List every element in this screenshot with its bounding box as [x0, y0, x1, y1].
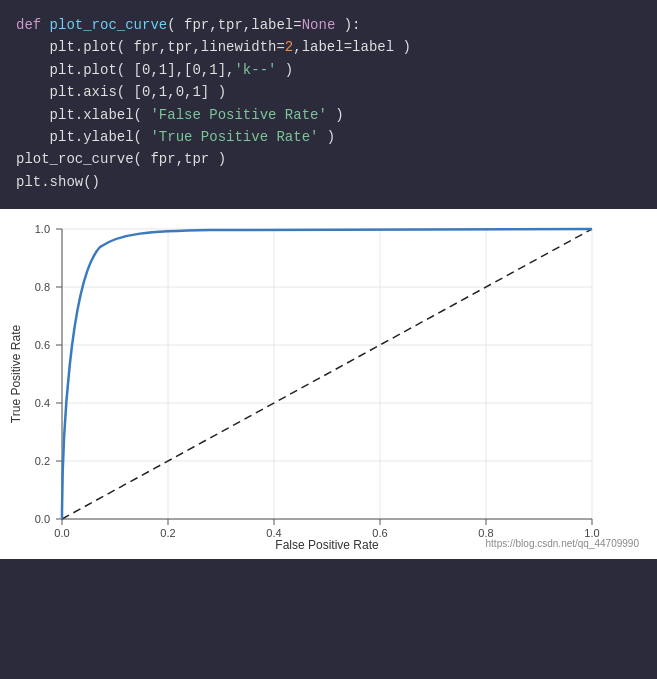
- svg-text:0.0: 0.0: [54, 527, 69, 539]
- svg-text:0.2: 0.2: [35, 455, 50, 467]
- x-axis-label: False Positive Rate: [275, 538, 379, 549]
- svg-text:0.8: 0.8: [35, 281, 50, 293]
- svg-text:0.0: 0.0: [35, 513, 50, 525]
- svg-text:1.0: 1.0: [35, 223, 50, 235]
- svg-text:0.2: 0.2: [160, 527, 175, 539]
- code-block: def plot_roc_curve( fpr,tpr,label=None )…: [0, 0, 657, 209]
- y-axis-label: True Positive Rate: [10, 325, 23, 424]
- svg-text:0.4: 0.4: [35, 397, 50, 409]
- code-line-6: plt.ylabel( 'True Positive Rate' ): [16, 126, 641, 148]
- chart-section: 0.0 0.2 0.4 0.6 0.8 1.0 0.0 0.2: [0, 209, 657, 559]
- code-line-8: plt.show(): [16, 171, 641, 193]
- svg-text:0.6: 0.6: [35, 339, 50, 351]
- code-line-4: plt.axis( [0,1,0,1] ): [16, 81, 641, 103]
- chart-container: 0.0 0.2 0.4 0.6 0.8 1.0 0.0 0.2: [10, 219, 647, 553]
- roc-chart: 0.0 0.2 0.4 0.6 0.8 1.0 0.0 0.2: [10, 219, 627, 549]
- watermark: https://blog.csdn.net/qq_44709990: [486, 538, 639, 549]
- code-line-5: plt.xlabel( 'False Positive Rate' ): [16, 104, 641, 126]
- code-line-7: plot_roc_curve( fpr,tpr ): [16, 148, 641, 170]
- code-line-3: plt.plot( [0,1],[0,1],'k--' ): [16, 59, 641, 81]
- code-line-1: def plot_roc_curve( fpr,tpr,label=None )…: [16, 14, 641, 36]
- code-line-2: plt.plot( fpr,tpr,linewidth=2,label=labe…: [16, 36, 641, 58]
